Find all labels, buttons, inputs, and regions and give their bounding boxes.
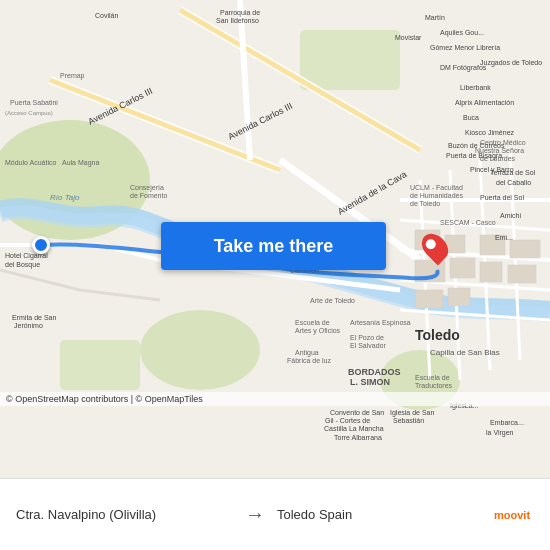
svg-text:Río Tajo: Río Tajo (50, 193, 80, 202)
svg-rect-5 (300, 30, 400, 90)
svg-text:Escuela de: Escuela de (295, 319, 330, 326)
svg-point-2 (140, 310, 260, 390)
svg-text:de Fomento: de Fomento (130, 192, 167, 199)
svg-text:Emi...: Emi... (495, 234, 513, 241)
svg-text:del Caballo: del Caballo (496, 179, 531, 186)
moovit-icon: moovit (494, 495, 534, 535)
destination-label: Toledo Spain (277, 507, 494, 522)
svg-text:BORDADOS: BORDADOS (348, 367, 401, 377)
svg-text:Arte de Toledo: Arte de Toledo (310, 297, 355, 304)
svg-rect-22 (450, 258, 475, 278)
svg-text:Toledo: Toledo (415, 327, 460, 343)
svg-text:Aquiles Gou...: Aquiles Gou... (440, 29, 484, 37)
svg-text:L. SIMON: L. SIMON (350, 377, 390, 387)
svg-text:Kiosco Jiménez: Kiosco Jiménez (465, 129, 515, 136)
svg-text:Aula Magna: Aula Magna (62, 159, 99, 167)
origin-label: Ctra. Navalpino (Olivilla) (16, 507, 233, 522)
svg-rect-24 (448, 288, 470, 306)
svg-rect-28 (508, 265, 536, 283)
svg-text:El Salvador: El Salvador (350, 342, 386, 349)
svg-text:Covilán: Covilán (95, 12, 118, 19)
svg-text:de Toledo: de Toledo (410, 200, 440, 207)
svg-text:DM Fotógrafos: DM Fotógrafos (440, 64, 487, 72)
svg-text:Pincel y Barro: Pincel y Barro (470, 166, 514, 174)
svg-text:San Ildefonso: San Ildefonso (216, 17, 259, 24)
svg-text:UCLM - Facultad: UCLM - Facultad (410, 184, 463, 191)
bottom-bar: Ctra. Navalpino (Olivilla) → Toledo Spai… (0, 478, 550, 550)
map-container: Premap Puerta Sabatini (Acceso Campus) M… (0, 0, 550, 478)
svg-text:Alprix Alimentación: Alprix Alimentación (455, 99, 514, 107)
svg-text:Liberbank: Liberbank (460, 84, 491, 91)
svg-rect-23 (415, 290, 443, 308)
svg-text:Amichi: Amichi (500, 212, 521, 219)
svg-text:Puerta del Sol: Puerta del Sol (480, 194, 524, 201)
origin-marker (32, 236, 50, 254)
svg-text:(Acceso Campus): (Acceso Campus) (5, 110, 53, 116)
svg-rect-26 (510, 240, 540, 258)
attribution-text: © OpenStreetMap contributors | © OpenMap… (6, 394, 203, 404)
svg-text:Torre Albarrana: Torre Albarrana (334, 434, 382, 441)
svg-text:moovit: moovit (494, 509, 530, 521)
svg-text:Puerta de Bisagra: Puerta de Bisagra (446, 152, 502, 160)
take-me-there-button[interactable]: Take me there (161, 222, 386, 270)
svg-text:Embarca...: Embarca... (490, 419, 524, 426)
svg-text:Parroquia de: Parroquia de (220, 9, 260, 17)
svg-text:Iglesia de San: Iglesia de San (390, 409, 434, 417)
moovit-logo: moovit (494, 495, 534, 535)
svg-text:Gómez Menor Librería: Gómez Menor Librería (430, 44, 500, 51)
svg-text:de Humanidades: de Humanidades (410, 192, 463, 199)
svg-text:Castilla La Mancha: Castilla La Mancha (324, 425, 384, 432)
svg-text:Traductores: Traductores (415, 382, 453, 389)
svg-text:la Virgen: la Virgen (486, 429, 514, 437)
svg-text:Artesanía Espinosa: Artesanía Espinosa (350, 319, 411, 327)
svg-rect-4 (60, 340, 140, 390)
svg-text:Escuela de: Escuela de (415, 374, 450, 381)
svg-text:Premap: Premap (60, 72, 85, 80)
svg-text:El Pozo de: El Pozo de (350, 334, 384, 341)
take-me-there-label: Take me there (214, 236, 334, 257)
svg-text:Artes y Oficios: Artes y Oficios (295, 327, 341, 335)
svg-text:Jerónimo: Jerónimo (14, 322, 43, 329)
svg-rect-27 (480, 262, 502, 282)
svg-text:Convento de San: Convento de San (330, 409, 384, 416)
svg-text:Antigua: Antigua (295, 349, 319, 357)
svg-text:Puerta Sabatini: Puerta Sabatini (10, 99, 58, 106)
arrow-icon: → (245, 503, 265, 526)
svg-text:SESCAM - Casco: SESCAM - Casco (440, 219, 496, 226)
svg-text:Sebastián: Sebastián (393, 417, 424, 424)
svg-text:Juzgados de Toledo: Juzgados de Toledo (480, 59, 542, 67)
app: Premap Puerta Sabatini (Acceso Campus) M… (0, 0, 550, 550)
svg-text:Movistar: Movistar (395, 34, 422, 41)
svg-text:Capilla de San Blas: Capilla de San Blas (430, 348, 500, 357)
svg-text:del Bosque: del Bosque (5, 261, 40, 269)
svg-text:Módulo Acuático: Módulo Acuático (5, 159, 56, 166)
svg-text:Buca: Buca (463, 114, 479, 121)
map-attribution: © OpenStreetMap contributors | © OpenMap… (0, 392, 550, 406)
svg-text:Fábrica de luz: Fábrica de luz (287, 357, 331, 364)
svg-text:Ermita de San: Ermita de San (12, 314, 56, 321)
svg-text:Martín: Martín (425, 14, 445, 21)
svg-text:Gil - Cortes de: Gil - Cortes de (325, 417, 370, 424)
svg-text:Buzón de Correos: Buzón de Correos (448, 142, 505, 149)
svg-text:Consejería: Consejería (130, 184, 164, 192)
